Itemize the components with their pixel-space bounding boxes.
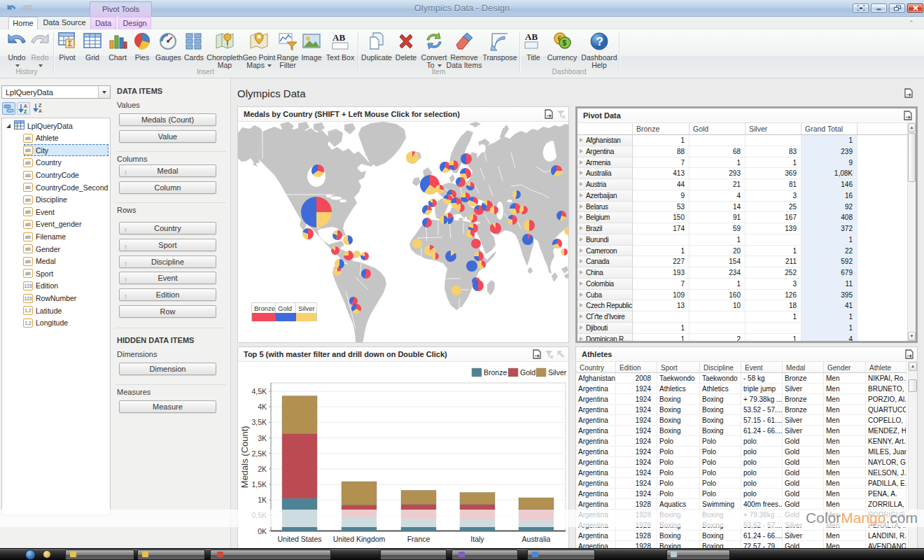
chart-export-icon[interactable] bbox=[533, 349, 542, 360]
athletes-cell[interactable]: Bronze bbox=[783, 405, 824, 415]
map-pie-marker[interactable] bbox=[472, 280, 484, 291]
ribbon-button-currency[interactable]: €$Currency bbox=[545, 31, 580, 62]
pivot-value-cell[interactable]: 7 bbox=[633, 158, 690, 169]
pivot-vertical-scrollbar[interactable]: ▲▼ bbox=[907, 123, 916, 341]
athletes-cell[interactable]: Argentina bbox=[576, 478, 616, 489]
tree-field-medal[interactable]: abMedal bbox=[2, 255, 110, 268]
athletes-cell[interactable]: 1924 bbox=[616, 489, 657, 499]
athletes-cell[interactable]: Argentina bbox=[576, 405, 616, 415]
pivot-row-header[interactable]: China bbox=[578, 267, 633, 279]
tree-field-event[interactable]: abEvent bbox=[2, 206, 110, 218]
athletes-cell[interactable]: Men bbox=[824, 457, 866, 468]
pivot-row-header[interactable]: Austria bbox=[578, 179, 633, 190]
map-pie-marker[interactable] bbox=[312, 164, 324, 177]
chart-drillup-icon[interactable] bbox=[556, 349, 566, 360]
map-pie-marker[interactable] bbox=[510, 203, 521, 214]
pivot-value-cell[interactable]: 592 bbox=[802, 256, 858, 267]
expand-icon[interactable] bbox=[580, 160, 583, 164]
start-button[interactable] bbox=[25, 550, 36, 560]
athletes-cell[interactable]: Gold bbox=[783, 478, 824, 489]
ribbon-button-chart[interactable]: Chart bbox=[105, 31, 130, 62]
ribbon-button-grid[interactable]: Grid bbox=[80, 31, 105, 62]
fit-window-button[interactable] bbox=[853, 4, 869, 13]
pivot-value-cell[interactable]: 25 bbox=[746, 202, 802, 213]
pivot-value-cell[interactable]: 16 bbox=[802, 190, 858, 202]
expand-icon[interactable] bbox=[580, 138, 583, 142]
pivot-value-cell[interactable]: 44 bbox=[633, 179, 690, 190]
athletes-cell[interactable]: + 79.38kg ... bbox=[741, 394, 783, 405]
athletes-cell[interactable]: Bronze bbox=[783, 373, 824, 384]
data-item-sport[interactable]: ↑Sport bbox=[119, 239, 216, 251]
athletes-column-header-sport[interactable]: Sport bbox=[657, 362, 700, 373]
tree-field-discipline[interactable]: abDiscipline bbox=[2, 194, 110, 206]
athletes-cell[interactable]: 1924 bbox=[616, 478, 657, 489]
pivot-value-cell[interactable]: 1 bbox=[690, 158, 746, 169]
athletes-cell[interactable]: 1924 bbox=[616, 468, 657, 478]
pivot-value-cell[interactable]: 1 bbox=[746, 312, 802, 323]
athletes-cell[interactable]: Polo bbox=[657, 468, 700, 478]
athletes-cell[interactable]: Polo bbox=[700, 436, 741, 447]
tree-field-city[interactable]: abCity bbox=[2, 144, 110, 157]
scroll-down-button[interactable]: ▼ bbox=[908, 332, 916, 341]
athletes-cell[interactable]: COPELLO, ... bbox=[866, 415, 906, 426]
athletes-cell[interactable]: Aquatics bbox=[657, 499, 700, 510]
pivot-value-cell[interactable]: 1 bbox=[690, 279, 746, 290]
map-pie-marker[interactable] bbox=[422, 205, 432, 215]
dropdown-arrow-icon[interactable] bbox=[98, 86, 110, 98]
pivot-value-cell[interactable]: 1 bbox=[802, 135, 858, 146]
ribbon-button-cards[interactable]: Cards bbox=[181, 31, 206, 62]
athletes-cell[interactable]: - 58 kg bbox=[741, 373, 783, 384]
athletes-cell[interactable]: polo bbox=[741, 447, 783, 457]
ribbon-button-pies[interactable]: Pies bbox=[130, 31, 155, 62]
pivot-row-header[interactable]: Cameroon bbox=[578, 246, 633, 257]
ribbon-button-gauges[interactable]: Gauges bbox=[155, 31, 181, 62]
athletes-cell[interactable]: 1924 bbox=[616, 384, 657, 394]
athletes-cell[interactable]: Gold bbox=[783, 468, 824, 478]
map-pie-marker[interactable] bbox=[449, 160, 458, 170]
athletes-cell[interactable]: Polo bbox=[657, 478, 700, 489]
pivot-column-header-silver[interactable]: Silver bbox=[746, 123, 802, 135]
athletes-cell[interactable]: polo bbox=[741, 468, 783, 478]
athletes-cell[interactable]: Polo bbox=[700, 447, 741, 457]
map-pie-marker[interactable] bbox=[466, 230, 475, 238]
ribbon-button-redo[interactable]: Redo bbox=[27, 31, 52, 69]
athletes-cell[interactable]: Gold bbox=[783, 436, 824, 447]
athletes-export-icon[interactable] bbox=[905, 349, 914, 360]
data-item-edition[interactable]: ↑Edition bbox=[119, 288, 216, 301]
athletes-vertical-scrollbar[interactable]: ▲▼ bbox=[908, 362, 917, 559]
pivot-value-cell[interactable] bbox=[690, 312, 746, 323]
pivot-value-cell[interactable] bbox=[633, 312, 690, 323]
athletes-cell[interactable]: Men bbox=[824, 405, 866, 415]
pivot-value-cell[interactable]: 14 bbox=[690, 202, 746, 213]
pivot-value-cell[interactable]: 372 bbox=[802, 223, 858, 234]
athletes-cell[interactable]: polo bbox=[741, 489, 783, 499]
ribbon-button-dashboard-help[interactable]: ?DashboardHelp bbox=[578, 31, 620, 69]
pivot-value-cell[interactable]: 413 bbox=[633, 168, 690, 179]
pivot-row-header[interactable]: Afghanistan bbox=[578, 135, 633, 146]
athletes-cell[interactable]: Argentina bbox=[576, 531, 616, 541]
tab-data[interactable]: Data bbox=[90, 17, 116, 29]
tree-field-rownumber[interactable]: 123RowNumber bbox=[2, 292, 110, 304]
tree-field-sport[interactable]: abSport bbox=[2, 267, 110, 280]
pivot-row-header[interactable]: Dominican R... bbox=[578, 334, 633, 342]
athletes-cell[interactable]: 2008 bbox=[616, 373, 657, 384]
tree-field-countrycode[interactable]: abCountryCode bbox=[2, 169, 110, 181]
athletes-cell[interactable]: ZORRILLA, ... bbox=[866, 499, 906, 510]
map-pie-marker[interactable] bbox=[361, 269, 371, 279]
map-pie-marker[interactable] bbox=[471, 239, 481, 248]
athletes-cell[interactable]: Argentina bbox=[576, 489, 616, 499]
athletes-cell[interactable]: Polo bbox=[657, 457, 700, 468]
athletes-column-header-event[interactable]: Event bbox=[741, 362, 783, 373]
bar-segment-silver[interactable] bbox=[519, 498, 554, 509]
pivot-value-cell[interactable]: 1 bbox=[746, 246, 802, 257]
athletes-cell[interactable]: Silver bbox=[783, 415, 824, 426]
map-pie-marker[interactable] bbox=[519, 206, 528, 214]
athletes-cell[interactable]: KENNY, Art... bbox=[866, 436, 906, 447]
athletes-column-header-discipline[interactable]: Discipline bbox=[700, 362, 741, 373]
athletes-cell[interactable]: Silver bbox=[783, 531, 824, 541]
scroll-thumb[interactable] bbox=[909, 379, 917, 392]
pivot-value-cell[interactable]: 1 bbox=[746, 158, 802, 169]
bar-segment-silver[interactable] bbox=[342, 482, 377, 505]
tree-root[interactable]: LplQueryData bbox=[2, 120, 110, 132]
tree-field-gender[interactable]: abGender bbox=[2, 243, 110, 255]
